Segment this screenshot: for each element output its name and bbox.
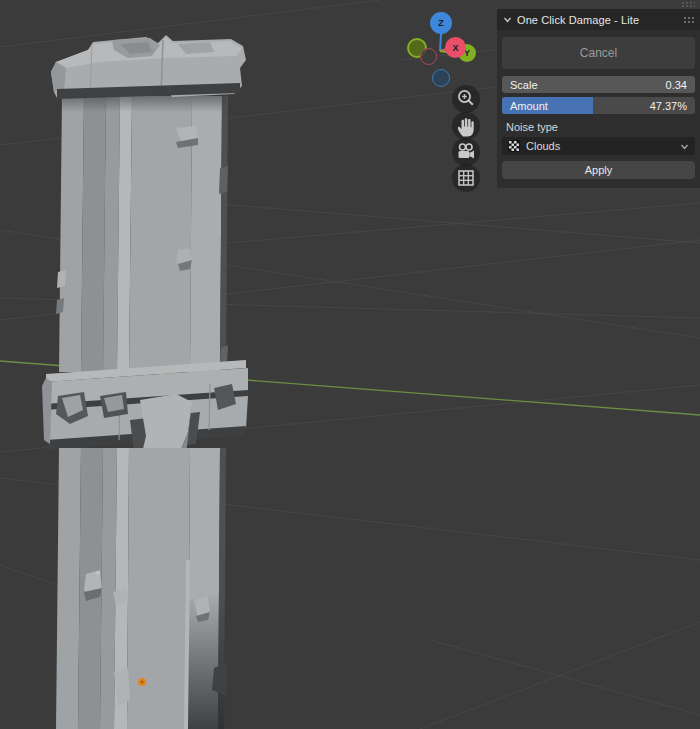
magnifier-plus-icon — [452, 85, 480, 113]
panel-header[interactable]: One Click Damage - Lite — [497, 9, 700, 30]
cancel-button[interactable]: Cancel — [502, 37, 695, 69]
amount-label: Amount — [510, 100, 548, 112]
scale-label: Scale — [510, 79, 538, 91]
operator-panel: One Click Damage - Lite Cancel Scale 0.3… — [497, 9, 700, 188]
noise-type-label: Noise type — [502, 118, 695, 137]
gizmo-axis-z[interactable]: Z — [430, 12, 452, 34]
apply-button[interactable]: Apply — [502, 161, 695, 179]
noise-type-value: Clouds — [526, 140, 560, 152]
corner-grip-icon[interactable] — [681, 1, 695, 7]
chevron-down-icon — [503, 15, 512, 24]
object-origin-dot[interactable] — [138, 678, 146, 686]
gizmo-z-label: Z — [438, 18, 444, 28]
zoom-button[interactable] — [452, 85, 480, 113]
column-mesh[interactable] — [42, 35, 248, 729]
grid-icon — [452, 164, 480, 192]
scale-slider[interactable]: Scale 0.34 — [502, 76, 695, 93]
panel-body: Cancel Scale 0.34 Amount 47.37% Noise ty… — [497, 30, 700, 188]
gizmo-x-label: X — [452, 43, 458, 53]
hand-icon — [452, 112, 480, 140]
pan-view-button[interactable] — [452, 112, 480, 140]
panel-drag-grip-icon[interactable] — [683, 16, 696, 23]
scale-value: 0.34 — [666, 79, 687, 91]
panel-title: One Click Damage - Lite — [517, 14, 639, 26]
toggle-ortho-button[interactable] — [452, 164, 480, 192]
checker-texture-icon — [508, 140, 520, 152]
movie-camera-icon — [452, 138, 480, 166]
navigation-gizmo[interactable]: Z Y X — [398, 5, 488, 90]
amount-slider[interactable]: Amount 47.37% — [502, 97, 695, 114]
gizmo-axis-neg-x[interactable] — [420, 48, 437, 65]
select-chevron-down-icon — [680, 142, 689, 151]
gizmo-axis-neg-z[interactable] — [432, 69, 450, 87]
amount-value: 47.37% — [650, 100, 687, 112]
noise-type-select[interactable]: Clouds — [502, 137, 695, 155]
blender-window: Z Y X — [0, 0, 700, 729]
gizmo-axis-x[interactable]: X — [445, 37, 466, 58]
camera-view-button[interactable] — [452, 138, 480, 166]
